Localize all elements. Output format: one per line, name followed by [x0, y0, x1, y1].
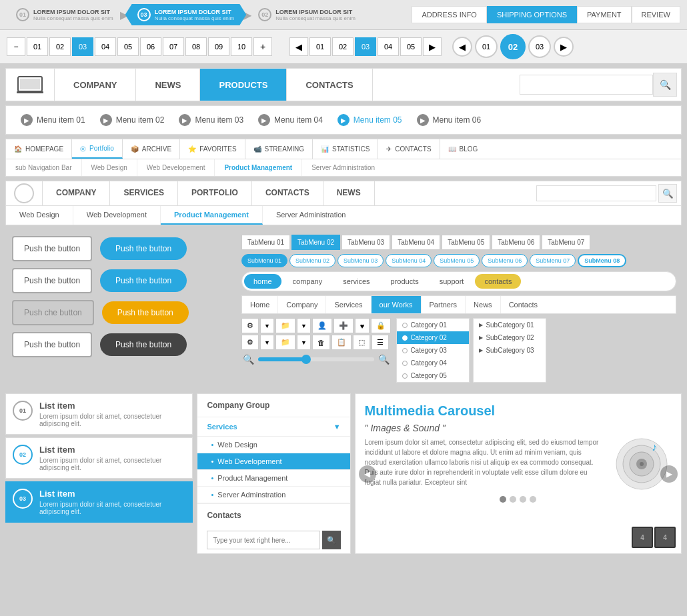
carousel-dot-1[interactable]	[500, 496, 506, 503]
main-nav-search-input[interactable]	[520, 75, 653, 95]
icon-nav-streaming[interactable]: 📹 STREAMING	[245, 139, 313, 159]
tab-btn-05[interactable]: 05	[117, 37, 139, 56]
accordion-search-btn[interactable]: 🔍	[322, 531, 341, 549]
pill-products[interactable]: products	[382, 274, 428, 289]
carousel-dot-2[interactable]	[510, 496, 516, 503]
cat-item-3[interactable]: Category 03	[397, 344, 469, 357]
icon-nav-contacts[interactable]: ✈ CONTACTS	[378, 139, 440, 159]
tab-btn-04[interactable]: 04	[95, 37, 116, 56]
second-nav-portfolio[interactable]: PORTFOLIO	[178, 181, 252, 205]
tabmenu-03[interactable]: TabMenu 03	[341, 235, 390, 250]
second-sub-4[interactable]: Server Administration	[263, 206, 360, 225]
second-nav-search-btn[interactable]: 🔍	[658, 184, 677, 203]
submenu-07[interactable]: SubMenu 07	[530, 254, 576, 267]
tool-expand-1[interactable]: ⬚	[353, 335, 370, 350]
second-nav-search-input[interactable]	[536, 185, 656, 201]
submenu-08[interactable]: SubMenu 08	[578, 254, 626, 267]
tabmenu-07[interactable]: TabMenu 07	[542, 235, 590, 250]
btn-yellow-3[interactable]: Push the button	[102, 301, 189, 324]
second-nav-news[interactable]: NEWS	[323, 181, 375, 205]
accordion-services-header[interactable]: Services ▼	[197, 417, 350, 437]
icon-nav-homepage[interactable]: 🏠 HOMEPAGE	[6, 139, 72, 159]
accordion-header[interactable]: Company Group	[197, 394, 350, 417]
tool-trash-1[interactable]: 🗑	[312, 335, 330, 350]
sub-nav-item-4[interactable]: ▶ Menu item 04	[251, 111, 329, 129]
tool-folder-2[interactable]: 📁	[275, 335, 295, 350]
tab3-btn-02-active[interactable]: 02	[500, 34, 526, 59]
tabs3-next-btn[interactable]: ▶	[554, 37, 574, 57]
icon-sub-4-active[interactable]: Product Management	[215, 159, 302, 176]
tab-btn-09[interactable]: 09	[208, 37, 229, 56]
wizard-step-3[interactable]: 02 LOREM IPSUM DOLOR SIT Nulla consequat…	[249, 4, 365, 25]
sub-nav-item-1[interactable]: ▶ Menu item 01	[14, 111, 92, 129]
carousel-next-btn[interactable]: ▶	[660, 465, 678, 483]
cat-item-4[interactable]: Category 04	[397, 357, 469, 369]
submenu-05[interactable]: SubMenu 05	[434, 254, 480, 267]
address-tab-2[interactable]: SHIPPING OPTIONS	[487, 6, 577, 23]
tab2-btn-03-active[interactable]: 03	[355, 37, 376, 56]
address-tab-4[interactable]: REVIEW	[632, 6, 680, 23]
sub-nav-item-3[interactable]: ▶ Menu item 03	[172, 111, 250, 129]
cat-item-5[interactable]: Category 05	[397, 369, 469, 382]
tabmenu-01[interactable]: TabMenu 01	[241, 235, 290, 250]
tab3-btn-03[interactable]: 03	[528, 35, 551, 58]
icon-sub-1[interactable]: sub Navigation Bar	[6, 159, 82, 176]
tab2-btn-02[interactable]: 02	[332, 37, 354, 56]
tool-list-1[interactable]: ☰	[372, 335, 389, 350]
tool-dropdown-4[interactable]: ▼	[297, 335, 311, 350]
btn-outline-2[interactable]: Push the button	[12, 268, 92, 293]
main-nav-news[interactable]: NEWS	[136, 69, 200, 101]
btn-blue-1[interactable]: Push the button	[100, 237, 187, 260]
tab-btn-01[interactable]: 01	[27, 37, 48, 56]
pill-home[interactable]: home	[244, 274, 281, 289]
sub-nav-item-6[interactable]: ▶ Menu item 06	[410, 111, 488, 129]
tool-dropdown-3[interactable]: ▼	[260, 335, 274, 350]
icon-nav-archive[interactable]: 📦 ARCHIVE	[123, 139, 180, 159]
tab2-btn-01[interactable]: 01	[309, 37, 331, 56]
horiz-nav-home[interactable]: Home	[242, 296, 278, 313]
accordion-sub-3[interactable]: • Product Management	[197, 470, 350, 487]
icon-nav-portfolio[interactable]: ◎ Portfolio	[72, 139, 123, 159]
tabs2-next-btn[interactable]: ▶	[423, 37, 442, 56]
icon-sub-3[interactable]: Web Developement	[137, 159, 215, 176]
btn-dark-4[interactable]: Push the button	[100, 333, 187, 356]
accordion-sub-4[interactable]: • Server Adminstration	[197, 487, 350, 503]
btn-gray-3[interactable]: Push che button	[12, 300, 94, 325]
tool-folder-1[interactable]: 📁	[275, 318, 295, 333]
wizard-step-1[interactable]: 01 LOREM IPSUM DOLOR SIT Nulla consequat…	[7, 4, 123, 25]
pill-contacts[interactable]: contacts	[475, 274, 521, 289]
subcat-item-1[interactable]: ▶ SubCategory 01	[474, 319, 546, 331]
second-nav-contacts[interactable]: CONTACTS	[252, 181, 323, 205]
carousel-dot-4[interactable]	[530, 496, 536, 503]
zoom-handle[interactable]	[301, 355, 311, 364]
accordion-search-input[interactable]	[207, 531, 319, 549]
tool-dropdown-2[interactable]: ▼	[297, 318, 311, 333]
second-nav-company[interactable]: COMPANY	[43, 181, 110, 205]
tabs-next-btn[interactable]: +	[253, 37, 272, 56]
submenu-06[interactable]: SubMenu 06	[482, 254, 528, 267]
tool-clipboard-1[interactable]: 📋	[331, 335, 352, 350]
horiz-nav-news[interactable]: News	[466, 296, 501, 313]
subcat-item-2[interactable]: ▶ SubCategory 02	[474, 331, 546, 344]
zoom-slider[interactable]	[258, 357, 374, 361]
main-nav-company[interactable]: COMPANY	[55, 69, 136, 101]
btn-blue-2[interactable]: Push the button	[100, 269, 187, 292]
accordion-sub-1[interactable]: • Web Design	[197, 437, 350, 453]
tool-gear-2[interactable]: ⚙	[241, 335, 259, 350]
icon-sub-5[interactable]: Server Administration	[302, 159, 384, 176]
tool-gear-1[interactable]: ⚙	[241, 318, 259, 333]
second-sub-2[interactable]: Web Development	[73, 206, 161, 225]
tab-btn-07[interactable]: 07	[163, 37, 184, 56]
tabmenu-04[interactable]: TabMenu 04	[392, 235, 440, 250]
sub-nav-item-2[interactable]: ▶ Menu item 02	[93, 111, 171, 129]
submenu-04[interactable]: SubMenu 04	[386, 254, 432, 267]
tabs-prev-btn[interactable]: −	[7, 37, 25, 56]
tab2-btn-05[interactable]: 05	[400, 37, 422, 56]
horiz-nav-company[interactable]: Company	[278, 296, 326, 313]
tab-btn-03-active[interactable]: 03	[72, 37, 93, 56]
tab2-btn-04[interactable]: 04	[378, 37, 399, 56]
tool-heart-1[interactable]: ♥	[355, 318, 370, 333]
horiz-nav-services[interactable]: Services	[326, 296, 371, 313]
tabmenu-02-active[interactable]: TabMenu 02	[291, 235, 340, 250]
submenu-01-active[interactable]: SubMenu 01	[241, 254, 287, 267]
